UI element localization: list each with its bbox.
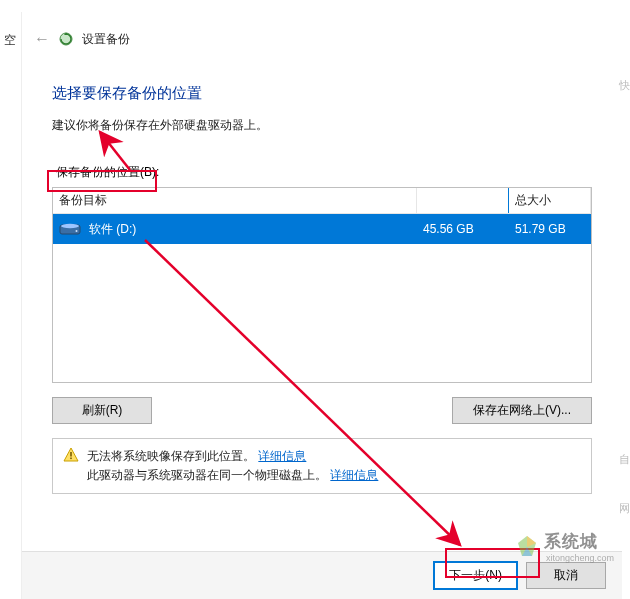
back-button[interactable]: ← (34, 30, 50, 48)
location-label: 保存备份的位置(B): (52, 162, 163, 183)
dialog-title: 设置备份 (82, 31, 130, 48)
drive-name: 软件 (D:) (89, 221, 136, 238)
watermark-logo-icon (514, 534, 540, 560)
svg-point-3 (76, 230, 78, 232)
col-target[interactable]: 备份目标 (53, 188, 417, 213)
advice-text: 建议你将备份保存在外部硬盘驱动器上。 (52, 117, 592, 134)
refresh-button[interactable]: 刷新(R) (52, 397, 152, 424)
hard-drive-icon (59, 222, 81, 236)
warning-text: 无法将系统映像保存到此位置。 详细信息 此驱动器与系统驱动器在同一个物理磁盘上。… (87, 447, 378, 485)
left-gutter: 空 (0, 12, 22, 599)
save-network-button[interactable]: 保存在网络上(V)... (452, 397, 592, 424)
drive-total: 51.79 GB (509, 222, 591, 236)
backup-dialog: ← 设置备份 选择要保存备份的位置 建议你将备份保存在外部硬盘驱动器上。 保存备… (22, 12, 622, 599)
drive-row[interactable]: 软件 (D:) 45.56 GB 51.79 GB (53, 214, 591, 244)
warn-line2: 此驱动器与系统驱动器在同一个物理磁盘上。 (87, 468, 327, 482)
dialog-header: ← 设置备份 (22, 12, 622, 56)
next-button[interactable]: 下一步(N) (433, 561, 518, 590)
details-link-2[interactable]: 详细信息 (330, 468, 378, 482)
cancel-button[interactable]: 取消 (526, 562, 606, 589)
warning-box: 无法将系统映像保存到此位置。 详细信息 此驱动器与系统驱动器在同一个物理磁盘上。… (52, 438, 592, 494)
svg-rect-4 (70, 452, 72, 457)
drive-free: 45.56 GB (417, 222, 509, 236)
svg-rect-5 (70, 458, 72, 460)
drive-list[interactable]: 备份目标 可用空间 总大小 软件 (D:) 45.56 GB 51 (52, 187, 592, 383)
svg-point-2 (61, 224, 79, 228)
warn-line1: 无法将系统映像保存到此位置。 (87, 449, 255, 463)
watermark-text: 系统城 (544, 530, 614, 553)
watermark: 系统城 xitongcheng.com (514, 530, 614, 563)
page-heading: 选择要保存备份的位置 (52, 84, 592, 103)
gutter-glyph: 空 (4, 32, 16, 49)
drive-row-target: 软件 (D:) (53, 221, 417, 238)
details-link-1[interactable]: 详细信息 (258, 449, 306, 463)
warning-icon (63, 447, 79, 463)
col-free[interactable]: 可用空间 (417, 188, 509, 213)
backup-icon (58, 31, 74, 47)
watermark-sub: xitongcheng.com (546, 553, 614, 563)
col-total[interactable]: 总大小 (509, 188, 591, 213)
drive-list-header: 备份目标 可用空间 总大小 (53, 188, 591, 214)
